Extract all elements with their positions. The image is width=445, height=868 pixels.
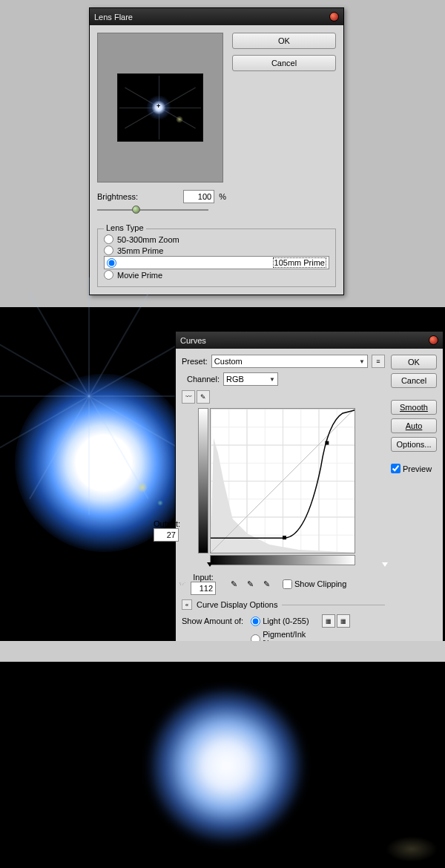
lens-type-35mm[interactable]: 35mm Prime: [104, 245, 329, 256]
brightness-label: Brightness:: [97, 192, 138, 201]
brightness-slider[interactable]: [97, 205, 208, 215]
output-gradient: [198, 408, 208, 553]
preset-select[interactable]: Custom▼: [211, 355, 368, 368]
input-label: Input:: [191, 573, 216, 582]
crosshair-icon[interactable]: +: [156, 102, 160, 110]
cancel-button[interactable]: Cancel: [391, 373, 437, 388]
pencil-tool-icon[interactable]: ✎: [197, 390, 210, 404]
show-clipping-checkbox[interactable]: Show Clipping: [283, 579, 346, 589]
collapse-icon[interactable]: «: [182, 599, 192, 610]
hand-tool-icon[interactable]: ☞: [176, 577, 189, 591]
show-amount-label: Show Amount of:: [182, 617, 243, 625]
preset-label: Preset:: [182, 357, 208, 366]
gray-eyedropper-icon[interactable]: ✎: [244, 578, 256, 590]
channel-label: Channel:: [185, 375, 220, 384]
white-eyedropper-icon[interactable]: ✎: [260, 578, 272, 590]
black-point-slider[interactable]: [207, 562, 213, 567]
output-label: Output:: [154, 519, 182, 528]
svg-rect-3: [325, 441, 329, 445]
lens-type-movie[interactable]: Movie Prime: [104, 269, 329, 280]
lens-flare-titlebar[interactable]: Lens Flare: [90, 8, 343, 25]
flare-result: [148, 688, 304, 844]
channel-select[interactable]: RGB▼: [223, 372, 278, 386]
preset-menu-icon[interactable]: ≡: [372, 355, 385, 368]
flare-ghost: [386, 836, 438, 862]
grid-coarse-icon[interactable]: ▦: [322, 614, 335, 628]
preview-checkbox[interactable]: Preview: [391, 464, 437, 473]
output-input[interactable]: [154, 528, 179, 542]
display-options-label: Curve Display Options: [197, 600, 277, 609]
brightness-unit: %: [219, 192, 226, 201]
ok-button[interactable]: OK: [232, 33, 336, 49]
dialog-title: Lens Flare: [94, 13, 133, 22]
svg-line-1: [211, 409, 355, 553]
close-icon[interactable]: [329, 12, 339, 22]
lens-type-50-300[interactable]: 50-300mm Zoom: [104, 234, 329, 245]
white-point-slider[interactable]: [382, 562, 388, 567]
lens-flare-dialog: Lens Flare + Brightness: %: [89, 7, 344, 295]
lens-type-title: Lens Type: [104, 223, 146, 232]
auto-button[interactable]: Auto: [391, 418, 437, 433]
flare-preview[interactable]: +: [97, 33, 223, 183]
curve-tool-icon[interactable]: 〰: [182, 390, 195, 404]
lens-type-group: Lens Type 50-300mm Zoom 35mm Prime 105mm…: [97, 228, 336, 287]
grid-fine-icon[interactable]: ▦: [337, 614, 350, 628]
smooth-button[interactable]: Smooth: [391, 400, 437, 415]
input-input[interactable]: [191, 582, 216, 595]
brightness-input[interactable]: [183, 190, 214, 203]
light-radio[interactable]: Light (0-255): [251, 617, 314, 626]
cancel-button[interactable]: Cancel: [232, 55, 336, 71]
svg-rect-2: [283, 536, 286, 539]
lens-type-105mm[interactable]: 105mm Prime: [104, 256, 329, 269]
curves-graph[interactable]: [210, 408, 355, 553]
options-button[interactable]: Options...: [391, 437, 437, 452]
input-gradient: [210, 555, 355, 565]
ok-button[interactable]: OK: [391, 355, 437, 369]
curves-titlebar[interactable]: Curves: [176, 332, 443, 349]
black-eyedropper-icon[interactable]: ✎: [228, 578, 240, 590]
close-icon[interactable]: [429, 335, 438, 345]
dialog-title: Curves: [180, 336, 206, 345]
